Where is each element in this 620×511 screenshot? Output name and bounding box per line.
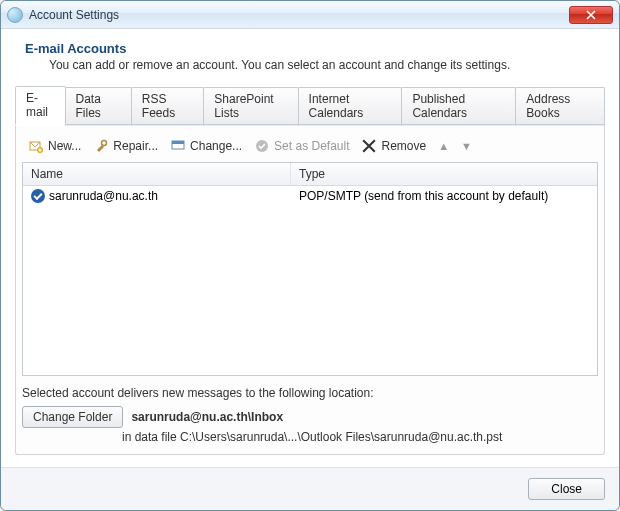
- list-header: Name Type: [23, 163, 597, 186]
- remove-button[interactable]: Remove: [359, 136, 428, 156]
- account-row[interactable]: sarunruda@nu.ac.th POP/SMTP (send from t…: [23, 186, 597, 206]
- repair-icon: [93, 138, 109, 154]
- titlebar: Account Settings: [1, 1, 619, 29]
- window-close-button[interactable]: [569, 6, 613, 24]
- delivery-target: sarunruda@nu.ac.th\Inbox: [131, 410, 283, 424]
- list-body: sarunruda@nu.ac.th POP/SMTP (send from t…: [23, 186, 597, 375]
- move-up-button[interactable]: ▲: [436, 138, 451, 154]
- account-settings-window: Account Settings E-mail Accounts You can…: [0, 0, 620, 511]
- tab-address-books[interactable]: Address Books: [515, 87, 605, 126]
- change-folder-button[interactable]: Change Folder: [22, 406, 123, 428]
- tab-internet-calendars[interactable]: Internet Calendars: [298, 87, 403, 126]
- window-title: Account Settings: [29, 8, 563, 22]
- section-description: You can add or remove an account. You ca…: [49, 58, 605, 72]
- tab-data-files[interactable]: Data Files: [65, 87, 132, 126]
- svg-point-2: [102, 141, 107, 146]
- change-icon: [170, 138, 186, 154]
- account-name-cell: sarunruda@nu.ac.th: [23, 189, 291, 203]
- new-button[interactable]: New...: [26, 136, 83, 156]
- arrow-down-icon: ▼: [461, 140, 472, 152]
- check-circle-icon: [254, 138, 270, 154]
- set-default-button[interactable]: Set as Default: [252, 136, 351, 156]
- move-down-button[interactable]: ▼: [459, 138, 474, 154]
- section-title: E-mail Accounts: [25, 41, 605, 56]
- repair-button[interactable]: Repair...: [91, 136, 160, 156]
- delivery-path: in data file C:\Users\sarunruda\...\Outl…: [122, 430, 598, 444]
- change-button[interactable]: Change...: [168, 136, 244, 156]
- account-list: Name Type sarunruda@nu.ac.th POP/SMTP (s…: [22, 162, 598, 376]
- toolbar: New... Repair... Change... Set as Defaul…: [22, 132, 598, 162]
- tab-border: [15, 124, 605, 125]
- account-type-cell: POP/SMTP (send from this account by defa…: [291, 189, 597, 203]
- tab-published-calendars[interactable]: Published Calendars: [401, 87, 516, 126]
- delivery-label: Selected account delivers new messages t…: [22, 386, 598, 400]
- column-type[interactable]: Type: [291, 163, 597, 185]
- content-area: E-mail Accounts You can add or remove an…: [1, 29, 619, 467]
- tab-sharepoint-lists[interactable]: SharePoint Lists: [203, 87, 298, 126]
- delivery-section: Selected account delivers new messages t…: [22, 386, 598, 444]
- app-icon: [7, 7, 23, 23]
- default-check-icon: [31, 189, 45, 203]
- tab-rss-feeds[interactable]: RSS Feeds: [131, 87, 204, 126]
- email-panel: New... Repair... Change... Set as Defaul…: [15, 126, 605, 455]
- remove-icon: [361, 138, 377, 154]
- new-icon: [28, 138, 44, 154]
- footer: Close: [1, 467, 619, 510]
- tab-strip: E-mail Data Files RSS Feeds SharePoint L…: [15, 86, 605, 125]
- close-button[interactable]: Close: [528, 478, 605, 500]
- arrow-up-icon: ▲: [438, 140, 449, 152]
- delivery-row: Change Folder sarunruda@nu.ac.th\Inbox: [22, 406, 598, 428]
- tab-email[interactable]: E-mail: [15, 86, 66, 125]
- column-name[interactable]: Name: [23, 163, 291, 185]
- svg-rect-4: [172, 141, 184, 144]
- close-icon: [586, 10, 596, 20]
